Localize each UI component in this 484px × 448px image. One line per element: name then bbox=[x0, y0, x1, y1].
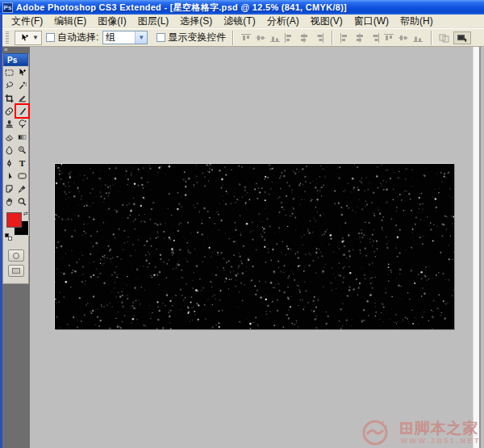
eyedropper-tool[interactable] bbox=[16, 182, 29, 195]
menu-item-analysis[interactable]: 分析(A) bbox=[261, 14, 305, 29]
tool-preset-picker[interactable]: ▼ bbox=[15, 31, 42, 45]
distribute-vertical-centers-icon[interactable] bbox=[353, 32, 366, 44]
blur-tool[interactable] bbox=[3, 144, 16, 157]
move-tool[interactable] bbox=[16, 66, 29, 79]
watermark-divider bbox=[394, 421, 395, 445]
options-bar-grip[interactable] bbox=[6, 31, 9, 44]
screen-mode-button[interactable] bbox=[8, 265, 24, 277]
magic-wand-tool[interactable] bbox=[16, 79, 29, 92]
photoshop-app-icon: Ps bbox=[2, 2, 13, 13]
distribute-bottom-edges-icon[interactable] bbox=[368, 32, 381, 44]
show-transform-checkbox[interactable] bbox=[156, 33, 165, 42]
tool-options-bar: ▼ 自动选择: 组 ▼ 显示变换控件 bbox=[2, 28, 484, 47]
window-border-left bbox=[0, 0, 2, 448]
pen-tool[interactable] bbox=[3, 157, 16, 170]
watermark-site-url: WWW.JB51.NET bbox=[400, 438, 481, 445]
path-selection-tool[interactable] bbox=[3, 170, 16, 182]
photoshop-logo: Ps bbox=[3, 53, 28, 66]
zoom-tool[interactable] bbox=[16, 195, 29, 208]
distribute-top-edges-icon[interactable] bbox=[339, 32, 352, 44]
align-vertical-centers-icon[interactable] bbox=[254, 32, 267, 44]
distribute-horizontal-centers-icon[interactable] bbox=[397, 32, 410, 44]
quick-mask-mode-button[interactable] bbox=[8, 249, 24, 262]
show-transform-label: 显示变换控件 bbox=[168, 31, 226, 44]
color-swatches: ⇄ bbox=[3, 211, 28, 245]
type-tool[interactable]: T bbox=[16, 157, 29, 170]
gradient-tool[interactable] bbox=[16, 131, 29, 144]
default-colors-icon[interactable] bbox=[5, 233, 12, 241]
menu-item-edit[interactable]: 编辑(E) bbox=[48, 14, 92, 29]
distribute-left-edges-icon[interactable] bbox=[382, 32, 395, 44]
quick-mask-icon bbox=[13, 253, 19, 259]
auto-align-layers-icon[interactable] bbox=[438, 32, 451, 44]
slice-tool[interactable] bbox=[16, 92, 29, 105]
align-left-edges-icon[interactable] bbox=[283, 32, 296, 44]
brush-tool[interactable] bbox=[16, 105, 29, 118]
lasso-tool[interactable] bbox=[3, 79, 16, 92]
collapsed-palette-dock[interactable] bbox=[473, 47, 481, 448]
healing-brush-tool[interactable] bbox=[3, 105, 16, 118]
menu-item-window[interactable]: 窗口(W) bbox=[348, 14, 394, 29]
distribute-right-edges-icon[interactable] bbox=[411, 32, 424, 44]
menu-item-select[interactable]: 选择(S) bbox=[174, 14, 218, 29]
dropdown-value: 组 bbox=[103, 31, 135, 44]
chevron-down-icon: ▼ bbox=[32, 34, 39, 41]
history-brush-tool[interactable] bbox=[16, 118, 29, 131]
dodge-tool[interactable] bbox=[16, 144, 29, 157]
palette-well-button[interactable] bbox=[453, 31, 471, 44]
menu-item-file[interactable]: 文件(F) bbox=[6, 14, 48, 29]
document-window[interactable] bbox=[55, 164, 454, 329]
crop-tool[interactable] bbox=[3, 92, 16, 105]
options-separator bbox=[332, 31, 332, 45]
hand-tool[interactable] bbox=[3, 195, 16, 208]
watermark-site-name: 脚本之家 bbox=[414, 421, 478, 436]
auto-select-target-dropdown[interactable]: 组 ▼ bbox=[102, 31, 148, 44]
move-tool-icon bbox=[18, 32, 31, 44]
watermark-mark-icon bbox=[400, 422, 412, 434]
foreground-color-swatch[interactable] bbox=[6, 212, 22, 228]
document-canvas[interactable] bbox=[55, 164, 454, 329]
rectangular-marquee-tool[interactable] bbox=[3, 66, 16, 79]
svg-text:T: T bbox=[19, 158, 26, 168]
collapse-panel-button[interactable]: « bbox=[2, 47, 29, 53]
menu-item-help[interactable]: 帮助(H) bbox=[394, 14, 439, 29]
auto-select-checkbox[interactable] bbox=[46, 33, 55, 42]
menu-item-layer[interactable]: 图层(L) bbox=[132, 14, 175, 29]
palette-well-icon bbox=[457, 34, 468, 42]
tool-dock: « Ps T ⇄ bbox=[0, 47, 30, 448]
watermark-logo-icon bbox=[361, 419, 389, 446]
shape-tool[interactable] bbox=[16, 170, 29, 182]
align-right-edges-icon[interactable] bbox=[312, 32, 325, 44]
clone-stamp-tool[interactable] bbox=[3, 118, 16, 131]
workspace-background: « Ps T ⇄ bbox=[0, 47, 484, 448]
menu-item-filter[interactable]: 滤镜(T) bbox=[218, 14, 261, 29]
chevron-down-icon[interactable]: ▼ bbox=[135, 31, 147, 44]
menu-item-view[interactable]: 视图(V) bbox=[305, 14, 348, 29]
swap-colors-icon[interactable]: ⇄ bbox=[23, 211, 28, 217]
menu-item-image[interactable]: 图像(I) bbox=[92, 14, 131, 29]
align-horizontal-centers-icon[interactable] bbox=[298, 32, 311, 44]
title-bar: Ps Adobe Photoshop CS3 Extended - [星空格格字… bbox=[0, 0, 484, 15]
align-top-edges-icon[interactable] bbox=[240, 32, 252, 44]
options-separator bbox=[431, 31, 432, 45]
screen-mode-icon bbox=[12, 268, 20, 274]
tool-panel: Ps T ⇄ bbox=[2, 53, 29, 284]
window-title: Adobe Photoshop CS3 Extended - [星空格格字.ps… bbox=[16, 2, 347, 14]
auto-select-label: 自动选择: bbox=[57, 31, 98, 44]
eraser-tool[interactable] bbox=[3, 131, 16, 144]
align-bottom-edges-icon[interactable] bbox=[269, 32, 282, 44]
menu-bar: 文件(F)编辑(E)图像(I)图层(L)选择(S)滤镜(T)分析(A)视图(V)… bbox=[2, 15, 484, 28]
site-watermark: 脚本之家 WWW.JB51.NET bbox=[361, 419, 481, 446]
options-separator bbox=[232, 31, 233, 45]
notes-tool[interactable] bbox=[3, 182, 16, 195]
